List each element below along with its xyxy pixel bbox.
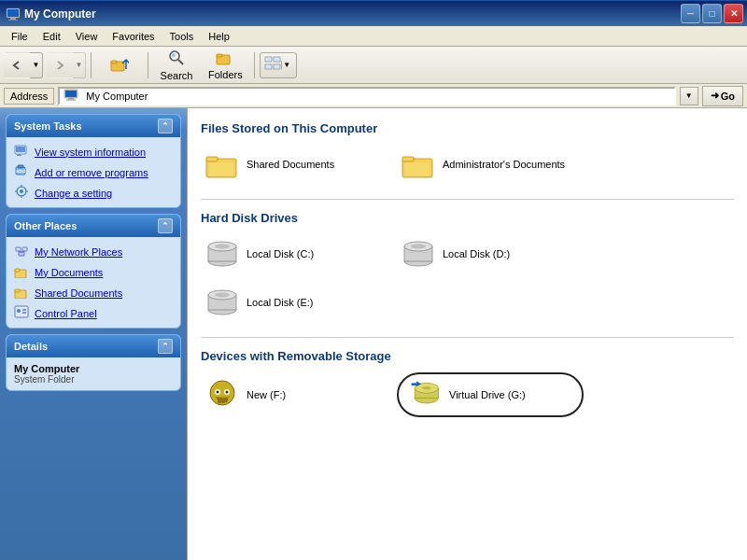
system-info-icon <box>14 143 29 161</box>
forward-dropdown[interactable]: ▼ <box>73 52 86 78</box>
view-system-info-link[interactable]: View system information <box>14 143 173 161</box>
folders-label: Folders <box>208 69 243 80</box>
svg-point-71 <box>422 386 430 390</box>
svg-rect-18 <box>66 100 76 101</box>
system-tasks-collapse[interactable]: ⌃ <box>158 119 173 133</box>
menu-tools[interactable]: Tools <box>162 29 202 44</box>
maximize-button[interactable]: □ <box>702 4 722 23</box>
computer-address-icon <box>63 88 78 104</box>
details-body: My Computer System Folder <box>7 357 180 390</box>
administrator-documents-folder-icon <box>402 149 435 179</box>
svg-rect-32 <box>16 247 21 251</box>
menu-file[interactable]: File <box>4 29 35 44</box>
svg-rect-17 <box>68 98 74 100</box>
administrator-documents-item[interactable]: Administrator's Documents <box>397 145 584 184</box>
address-field[interactable]: My Computer <box>58 87 675 105</box>
shared-documents-link[interactable]: Shared Documents <box>14 284 173 301</box>
title-bar-left: My Computer <box>6 7 96 21</box>
svg-rect-10 <box>217 54 222 57</box>
system-tasks-header[interactable]: System Tasks ⌃ <box>7 115 180 137</box>
virtual-drive-g-label: Virtual Drive (G:) <box>449 389 526 400</box>
details-collapse[interactable]: ⌃ <box>158 339 173 354</box>
go-arrow-icon: ➜ <box>711 90 719 102</box>
svg-rect-16 <box>65 91 77 97</box>
menu-help[interactable]: Help <box>201 29 237 44</box>
hard-drives-section-header: Hard Disk Drives <box>201 211 734 225</box>
back-dropdown[interactable]: ▼ <box>30 52 43 78</box>
other-places-collapse[interactable]: ⌃ <box>158 218 173 233</box>
local-disk-c-label: Local Disk (C:) <box>247 248 314 259</box>
address-value: My Computer <box>86 91 148 102</box>
network-places-label: My Network Places <box>35 246 122 258</box>
forward-button[interactable] <box>47 52 73 78</box>
left-panel: System Tasks ⌃ View system information <box>0 108 187 560</box>
main-area: System Tasks ⌃ View system information <box>0 108 747 560</box>
svg-point-54 <box>215 245 230 249</box>
my-documents-link[interactable]: My Documents <box>14 263 173 281</box>
forward-arrow-icon <box>54 60 65 71</box>
shared-documents-icon <box>14 284 29 301</box>
svg-point-66 <box>217 391 219 394</box>
svg-rect-11 <box>265 57 272 62</box>
files-section-header: Files Stored on This Computer <box>201 121 734 135</box>
view-system-info-label: View system information <box>35 147 146 158</box>
local-disk-c-item[interactable]: Local Disk (C:) <box>201 234 388 273</box>
control-panel-link[interactable]: Control Panel <box>14 304 173 322</box>
svg-rect-40 <box>15 289 20 292</box>
local-disk-d-item[interactable]: Local Disk (D:) <box>397 234 584 273</box>
system-tasks-section: System Tasks ⌃ View system information <box>6 114 181 208</box>
svg-point-8 <box>172 53 176 57</box>
local-disk-e-item[interactable]: Local Disk (E:) <box>201 283 388 322</box>
other-places-header[interactable]: Other Places ⌃ <box>7 215 180 237</box>
minimize-button[interactable]: ─ <box>681 4 700 23</box>
views-dropdown[interactable]: ▼ <box>281 61 292 69</box>
menu-edit[interactable]: Edit <box>35 29 68 44</box>
folders-icon <box>216 49 234 68</box>
change-setting-link[interactable]: Change a setting <box>14 184 173 202</box>
folders-button[interactable]: Folders <box>202 49 249 81</box>
back-button[interactable] <box>4 52 30 78</box>
local-disk-e-label: Local Disk (E:) <box>247 297 314 308</box>
right-panel: Files Stored on This Computer Shared Doc… <box>187 108 747 560</box>
svg-rect-21 <box>18 154 21 155</box>
shared-documents-item[interactable]: Shared Documents <box>201 145 388 184</box>
menu-favorites[interactable]: Favorites <box>105 29 162 44</box>
go-button[interactable]: ➜ Go <box>702 86 743 106</box>
search-button[interactable]: Search <box>153 49 200 81</box>
title-bar: My Computer ─ □ ✕ <box>0 0 747 26</box>
shared-documents-folder-icon <box>205 149 239 179</box>
up-button[interactable] <box>96 49 143 81</box>
other-places-body: My Network Places My Documents <box>7 237 180 328</box>
views-button[interactable]: ▼ <box>260 52 297 78</box>
menu-view[interactable]: View <box>68 29 106 44</box>
svg-rect-46 <box>206 157 218 161</box>
close-button[interactable]: ✕ <box>724 4 743 23</box>
svg-rect-12 <box>274 57 280 62</box>
views-icon <box>264 56 281 74</box>
svg-line-7 <box>178 60 183 64</box>
my-network-places-link[interactable]: My Network Places <box>14 243 173 260</box>
removable-grid: New (F:) Virtual Drive <box>201 372 734 417</box>
virtual-drive-g-item[interactable]: Virtual Drive (G:) <box>397 372 584 417</box>
add-remove-icon: add <box>14 163 29 181</box>
new-f-drive-item[interactable]: New (F:) <box>201 372 388 417</box>
details-header[interactable]: Details ⌃ <box>7 335 180 357</box>
system-tasks-title: System Tasks <box>14 120 82 132</box>
add-remove-programs-link[interactable]: add Add or remove programs <box>14 163 173 181</box>
svg-rect-3 <box>8 20 18 21</box>
divider-1 <box>201 199 734 200</box>
address-dropdown[interactable]: ▼ <box>680 87 698 105</box>
change-setting-label: Change a setting <box>35 188 112 199</box>
svg-point-62 <box>215 293 230 298</box>
title-bar-controls: ─ □ ✕ <box>681 4 743 23</box>
administrator-documents-label: Administrator's Documents <box>443 159 565 170</box>
control-panel-label: Control Panel <box>35 308 97 319</box>
my-documents-label: My Documents <box>35 267 103 278</box>
up-folder-icon <box>110 56 129 75</box>
virtual-drive-g-icon <box>408 380 442 410</box>
svg-rect-2 <box>10 18 16 20</box>
forward-nav: ▼ <box>47 52 86 78</box>
settings-icon <box>14 184 29 202</box>
details-title: Details <box>14 341 48 352</box>
divider-2 <box>201 337 734 338</box>
